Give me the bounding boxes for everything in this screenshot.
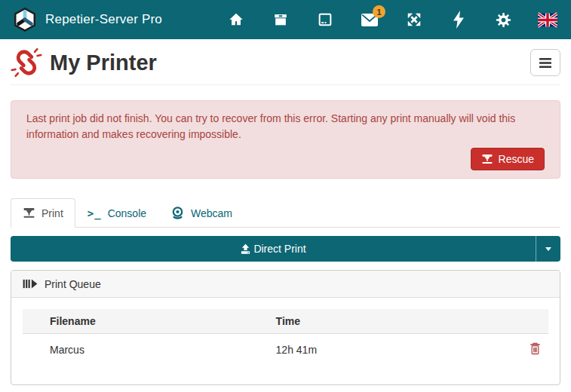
- direct-print-button[interactable]: Direct Print: [11, 236, 536, 262]
- brand[interactable]: Repetier-Server Pro: [12, 7, 162, 32]
- direct-print-label: Direct Print: [253, 243, 305, 255]
- brand-title: Repetier-Server Pro: [45, 12, 162, 27]
- terminal-icon: >_: [87, 207, 102, 219]
- nav-power[interactable]: [449, 8, 468, 31]
- print-queue-title: Print Queue: [45, 278, 101, 290]
- home-icon: [228, 11, 244, 28]
- bolt-icon: [453, 11, 464, 29]
- tab-console-label: Console: [108, 207, 146, 219]
- nav-settings[interactable]: [493, 8, 513, 31]
- uk-flag-icon: [538, 12, 557, 28]
- direct-print-split-button: Direct Print: [11, 236, 560, 262]
- page-header: My Printer: [11, 39, 560, 85]
- printer-nozzle-icon: [481, 153, 493, 165]
- caret-down-icon: [545, 247, 551, 251]
- nav-expand[interactable]: [404, 8, 424, 31]
- nav-home[interactable]: [226, 8, 246, 31]
- alert-actions: Rescue: [26, 148, 545, 170]
- print-bed-icon: [317, 11, 333, 28]
- trash-icon: [530, 342, 541, 355]
- tab-print-label: Print: [41, 207, 63, 219]
- table-header-row: Filename Time: [23, 309, 548, 334]
- nav-archive[interactable]: [271, 8, 290, 31]
- tab-console[interactable]: >_ Console: [75, 198, 158, 228]
- table-row[interactable]: Marcus 12h 41m: [23, 334, 548, 366]
- rescue-button[interactable]: Rescue: [471, 148, 545, 170]
- direct-print-dropdown-toggle[interactable]: [536, 236, 560, 262]
- printer-menu-button[interactable]: [530, 49, 560, 76]
- webcam-icon: [170, 206, 185, 220]
- queue-item-filename: Marcus: [23, 334, 270, 366]
- message-count-badge: 1: [373, 5, 385, 18]
- upload-icon: [240, 243, 251, 255]
- queue-item-time: 12h 41m: [270, 334, 521, 366]
- hamburger-icon: [539, 58, 551, 68]
- recover-alert: Last print job did not finish. You can t…: [11, 100, 560, 179]
- printer-nozzle-icon: [23, 207, 35, 219]
- nav-print-bed[interactable]: [315, 8, 335, 31]
- print-queue-header[interactable]: Print Queue: [11, 271, 560, 298]
- print-queue-body: Filename Time Marcus 12h 41m: [11, 298, 560, 366]
- page-title: My Printer: [50, 51, 157, 75]
- broken-link-icon: [11, 47, 42, 78]
- tab-print[interactable]: Print: [11, 198, 75, 228]
- print-queue-panel: Print Queue Filename Time Marcus 12h 41m: [11, 270, 560, 385]
- printer-tabs: Print >_ Console Webcam: [11, 198, 560, 228]
- nav-language[interactable]: [538, 8, 557, 31]
- tab-webcam-label: Webcam: [191, 207, 232, 219]
- delete-queue-item-button[interactable]: [530, 342, 541, 355]
- column-header-filename: Filename: [23, 309, 270, 334]
- repetier-logo-icon: [12, 7, 38, 32]
- column-header-time: Time: [270, 309, 521, 334]
- nav-messages[interactable]: 1: [360, 8, 379, 31]
- expand-arrows-icon: [406, 11, 422, 28]
- column-header-actions: [521, 309, 548, 334]
- tab-webcam[interactable]: Webcam: [158, 198, 244, 228]
- print-queue-table: Filename Time Marcus 12h 41m: [23, 309, 548, 366]
- archive-box-icon: [272, 11, 289, 28]
- rescue-button-label: Rescue: [499, 153, 534, 165]
- gear-icon: [495, 11, 512, 29]
- top-navbar: Repetier-Server Pro: [0, 0, 571, 39]
- queue-icon: [23, 278, 38, 289]
- navbar-icon-group: 1: [226, 8, 559, 31]
- page-container: My Printer Last print job did not finish…: [0, 39, 571, 385]
- recover-alert-text: Last print job did not finish. You can t…: [26, 111, 545, 142]
